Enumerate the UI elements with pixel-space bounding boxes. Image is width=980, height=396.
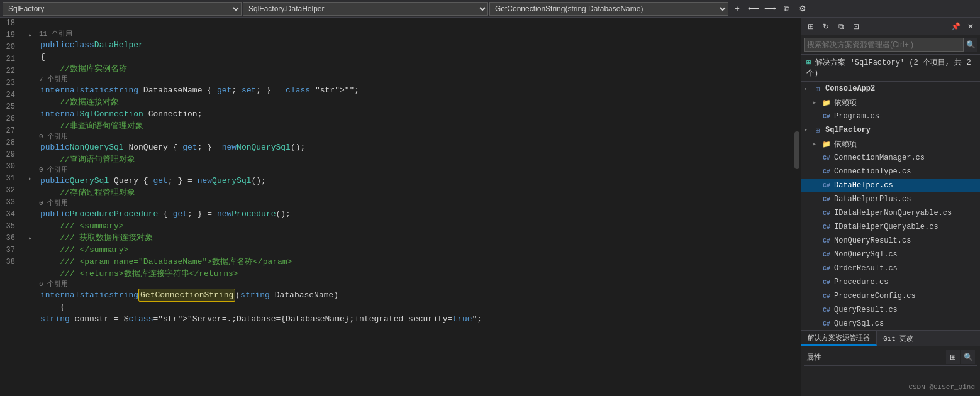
tree-arrow-icon[interactable]: ▾ [804, 126, 813, 134]
tree-item-IDataHelperQueryable_cs[interactable]: C#IDataHelperQueryable.cs [801, 220, 980, 234]
tree-item-依赖项[interactable]: ▸📁依赖项 [801, 96, 980, 109]
collapse-arrow[interactable]: ▸ [25, 30, 35, 41]
solution-search-input[interactable] [804, 38, 964, 52]
tree-item-NonQueryResult_cs[interactable]: C#NonQueryResult.cs [801, 234, 980, 248]
bottom-tab-Git_更改[interactable]: Git 更改 [877, 331, 920, 346]
code-line[interactable]: 6 个引用internal static string GetConnectio… [38, 280, 792, 301]
code-line[interactable]: //存储过程管理对象 [38, 187, 792, 199]
code-line[interactable]: //非查询语句管理对象 [38, 120, 792, 132]
tree-item-Procedure_cs[interactable]: C#Procedure.cs [801, 275, 980, 289]
collapse-arrow [25, 53, 35, 65]
show-all-icon[interactable]: ⊡ [849, 19, 863, 33]
code-line[interactable]: 0 个引用 public Procedure Procedure { get; … [38, 199, 792, 220]
collapse-arrow [25, 197, 35, 209]
code-line[interactable]: 11 个引用public class DataHelper [38, 30, 792, 51]
code-line[interactable]: 0 个引用 public QuerySql Query { get; } = n… [38, 165, 792, 187]
tree-item-label: ProcedureConfig.cs [834, 292, 916, 300]
tree-item-QueryResult_cs[interactable]: C#QueryResult.cs [801, 303, 980, 317]
tree-item-OrderResult_cs[interactable]: C#OrderResult.cs [801, 261, 980, 275]
code-line[interactable]: //数据连接对象 [38, 96, 792, 108]
code-line[interactable]: //查询语句管理对象 [38, 153, 792, 165]
props-grid-icon[interactable]: ⊞ [946, 350, 960, 364]
collapse-arrow [25, 245, 35, 256]
search-icon[interactable]: 🔍 [964, 38, 977, 52]
settings-icon[interactable]: ⚙ [795, 2, 810, 16]
cs-file-icon: C# [821, 250, 832, 260]
tree-item-label: NonQuerySql.cs [834, 250, 898, 259]
code-line[interactable]: internal SqlConnection Connection; [38, 108, 792, 120]
nav-back-icon[interactable]: ⟵ [746, 2, 761, 16]
code-line[interactable] [38, 18, 792, 30]
props-title: 属性 [806, 352, 821, 363]
editor-area: 1819202122232425262728293031323334353637… [0, 18, 801, 396]
code-line[interactable]: 0 个引用 public NonQuerySql NonQuery { get;… [38, 132, 792, 153]
scrollbar-thumb[interactable] [794, 131, 799, 169]
tree-item-QuerySql_cs[interactable]: C#QuerySql.cs [801, 317, 980, 330]
tree-item-Program_cs[interactable]: C#Program.cs [801, 109, 980, 123]
code-line[interactable]: { [38, 51, 792, 63]
scrollbar-track[interactable] [792, 18, 801, 396]
tree-item-label: Program.cs [834, 112, 879, 121]
line-number: 37 [5, 245, 20, 256]
nav-fwd-icon[interactable]: ⟶ [762, 2, 777, 16]
properties-panel: 属性 ⊞ 🔍 CSDN @GISer_Qing [801, 346, 980, 396]
tree-item-DataHelperPlus_cs[interactable]: C#DataHelperPlus.cs [801, 192, 980, 206]
collapse-column: ▸▸▸ [25, 18, 35, 396]
code-line[interactable]: /// <returns>数据库连接字符串</returns> [38, 268, 792, 280]
code-line[interactable]: /// <summary> [38, 220, 792, 232]
tree-item-ConnectionManager_cs[interactable]: C#ConnectionManager.cs [801, 151, 980, 165]
tree-item-ConsoleApp2[interactable]: ▸⊞ConsoleApp2 [801, 82, 980, 96]
reference-hint: 7 个引用 [38, 75, 68, 84]
tree-item-label: DataHelperPlus.cs [834, 195, 911, 204]
collapse-arrow [25, 149, 35, 161]
collapse-arrow[interactable]: ▸ [25, 173, 35, 185]
code-line[interactable]: //数据库实例名称 [38, 63, 792, 75]
tree-arrow-icon[interactable]: ▸ [804, 85, 813, 92]
code-container: 1819202122232425262728293031323334353637… [0, 18, 801, 396]
tree-arrow-icon[interactable]: ▸ [813, 99, 821, 106]
line-number: 20 [5, 41, 20, 53]
tree-item-ConnectionType_cs[interactable]: C#ConnectionType.cs [801, 165, 980, 179]
tree-item-依赖项[interactable]: ▸📁依赖项 [801, 137, 980, 151]
cs-file-icon: C# [821, 277, 832, 287]
line-number: 23 [5, 77, 20, 89]
tree-arrow-icon[interactable]: ▸ [813, 140, 821, 148]
tree-item-label: 依赖项 [834, 97, 857, 108]
close-panel-icon[interactable]: ✕ [964, 19, 977, 33]
collapse-arrow [25, 41, 35, 53]
tree-item-ProcedureConfig_cs[interactable]: C#ProcedureConfig.cs [801, 289, 980, 303]
collapse-all-icon[interactable]: ⧉ [834, 19, 848, 33]
tree-item-DataHelper_cs[interactable]: C#DataHelper.cs [801, 179, 980, 192]
tree-item-SqlFactory[interactable]: ▾⊞SqlFactory [801, 123, 980, 137]
code-line[interactable]: 7 个引用 internal static string DatabaseNam… [38, 75, 792, 96]
pin-icon[interactable]: 📌 [949, 19, 962, 33]
bottom-tab-解决方案资源管理器[interactable]: 解决方案资源管理器 [801, 331, 877, 346]
scope-dropdown[interactable]: SqlFactory [3, 2, 242, 16]
cs-file-icon: C# [821, 222, 832, 232]
reference-hint: 0 个引用 [38, 132, 68, 141]
member-dropdown[interactable]: GetConnectionString(string DatabaseName) [489, 2, 728, 16]
collapse-arrow[interactable]: ▸ [25, 233, 35, 245]
refresh-icon[interactable]: ↻ [819, 19, 833, 33]
code-line[interactable]: string connstr = $class="str">"Server=.;… [38, 313, 792, 325]
line-number: 32 [5, 185, 20, 197]
code-lines[interactable]: 11 个引用public class DataHelper{ //数据库实例名称… [35, 18, 792, 396]
class-dropdown[interactable]: SqlFactory.DataHelper [243, 2, 488, 16]
solution-tree[interactable]: ▸⊞ConsoleApp2▸📁依赖项C#Program.cs▾⊞SqlFacto… [801, 82, 980, 330]
tree-item-label: SqlFactory [825, 126, 871, 135]
code-line[interactable]: { [38, 301, 792, 313]
cs-file-icon: C# [821, 194, 832, 204]
reference-hint: 6 个引用 [38, 280, 68, 289]
props-search-icon[interactable]: 🔍 [961, 350, 975, 364]
tree-item-label: OrderResult.cs [834, 264, 898, 273]
solution-icon[interactable]: ⊞ [804, 19, 818, 33]
tree-item-IDataHelperNonQueryable_cs[interactable]: C#IDataHelperNonQueryable.cs [801, 206, 980, 220]
add-button[interactable]: + [730, 2, 745, 16]
window-icon[interactable]: ⧉ [779, 2, 794, 16]
folder-icon: 📁 [821, 97, 832, 107]
code-line[interactable]: /// </summary> [38, 244, 792, 256]
line-numbers: 1819202122232425262728293031323334353637… [0, 18, 25, 396]
code-line[interactable]: /// <param name="DatabaseName">数据库名称</pa… [38, 256, 792, 268]
tree-item-NonQuerySql_cs[interactable]: C#NonQuerySql.cs [801, 248, 980, 261]
code-line[interactable]: /// 获取数据库连接对象 [38, 232, 792, 244]
